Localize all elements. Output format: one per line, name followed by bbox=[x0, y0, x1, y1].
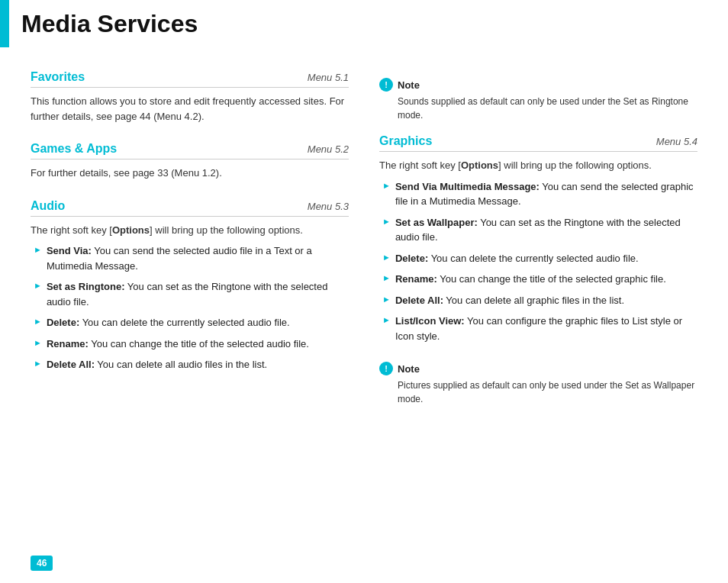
note-icon: ! bbox=[379, 78, 393, 92]
graphics-bullet-list: ► Send Via Multimedia Message: You can s… bbox=[379, 179, 697, 344]
note-graphics: ! Note Pictures supplied as default can … bbox=[379, 362, 697, 406]
bullet-delete-graphic: Delete: You can delete the currently sel… bbox=[395, 251, 639, 266]
bullet-set-wallpaper: Set as Wallpaper: You can set as the Rin… bbox=[395, 215, 697, 245]
section-favorites: Favorites Menu 5.1 This function allows … bbox=[31, 70, 349, 124]
section-audio-menu: Menu 5.3 bbox=[308, 201, 349, 212]
bullet-delete: Delete: You can delete the currently sel… bbox=[47, 315, 290, 330]
audio-bullet-list: ► Send Via: You can send the selected au… bbox=[31, 243, 349, 372]
bullet-arrow-icon: ► bbox=[382, 315, 391, 324]
list-item: ► Delete All: You can delete all graphic… bbox=[379, 293, 697, 308]
list-item: ► Delete: You can delete the currently s… bbox=[379, 251, 697, 266]
list-item: ► Rename: You can change the title of th… bbox=[379, 272, 697, 287]
page-title: Media Services bbox=[9, 0, 210, 47]
list-item: ► List/Icon View: You can configure the … bbox=[379, 314, 697, 343]
bullet-send-via: Send Via: You can send the selected audi… bbox=[47, 243, 349, 273]
bullet-arrow-icon: ► bbox=[382, 217, 391, 226]
section-audio-intro: The right soft key [Options] will bring … bbox=[31, 223, 349, 238]
section-audio-header: Audio Menu 5.3 bbox=[31, 199, 349, 217]
bullet-arrow-icon: ► bbox=[382, 181, 391, 190]
list-item: ► Rename: You can change the title of th… bbox=[31, 337, 349, 352]
section-audio: Audio Menu 5.3 The right soft key [Optio… bbox=[31, 199, 349, 372]
section-graphics-intro: The right soft key [Options] will bring … bbox=[379, 158, 697, 173]
note-audio: ! Note Sounds supplied as default can on… bbox=[379, 78, 697, 122]
bullet-arrow-icon: ► bbox=[34, 338, 42, 347]
list-item: ► Set as Wallpaper: You can set as the R… bbox=[379, 215, 697, 245]
left-column: Favorites Menu 5.1 This function allows … bbox=[31, 70, 349, 414]
section-games-apps-body: For further details, see page 33 (Menu 1… bbox=[31, 166, 349, 181]
graphics-options-bold: Options bbox=[461, 159, 498, 171]
page-header: Media Services bbox=[0, 0, 728, 47]
list-item: ► Send Via Multimedia Message: You can s… bbox=[379, 179, 697, 209]
bullet-rename-graphic: Rename: You can change the title of the … bbox=[395, 272, 666, 287]
bullet-arrow-icon: ► bbox=[34, 281, 42, 290]
bullet-arrow-icon: ► bbox=[34, 245, 42, 254]
section-graphics-header: Graphics Menu 5.4 bbox=[379, 134, 697, 152]
section-graphics-title: Graphics bbox=[379, 134, 432, 148]
section-games-apps-header: Games & Apps Menu 5.2 bbox=[31, 142, 349, 159]
section-audio-title: Audio bbox=[31, 199, 65, 213]
main-content: Favorites Menu 5.1 This function allows … bbox=[0, 70, 728, 444]
note-graphics-text: Pictures supplied as default can only be… bbox=[379, 378, 697, 406]
note-graphics-header: ! Note bbox=[379, 362, 697, 375]
note-graphics-label: Note bbox=[398, 363, 420, 375]
bullet-list-icon-view: List/Icon View: You can configure the gr… bbox=[395, 314, 697, 343]
bullet-rename: Rename: You can change the title of the … bbox=[47, 337, 309, 352]
bullet-arrow-icon: ► bbox=[382, 295, 391, 304]
note-audio-header: ! Note bbox=[379, 78, 697, 92]
list-item: ► Set as Ringtone: You can set as the Ri… bbox=[31, 279, 349, 309]
bullet-set-ringtone: Set as Ringtone: You can set as the Ring… bbox=[47, 279, 349, 309]
section-favorites-menu: Menu 5.1 bbox=[308, 72, 349, 83]
list-item: ► Delete: You can delete the currently s… bbox=[31, 315, 349, 330]
bullet-arrow-icon: ► bbox=[34, 359, 42, 368]
section-favorites-title: Favorites bbox=[31, 70, 85, 84]
section-games-apps-menu: Menu 5.2 bbox=[308, 143, 349, 155]
bullet-send-multimedia: Send Via Multimedia Message: You can sen… bbox=[395, 179, 697, 209]
list-item: ► Delete All: You can delete all audio f… bbox=[31, 357, 349, 372]
note-audio-label: Note bbox=[398, 79, 420, 91]
section-games-apps-title: Games & Apps bbox=[31, 142, 117, 156]
audio-options-bold: Options bbox=[112, 224, 150, 236]
section-favorites-body: This function allows you to store and ed… bbox=[31, 94, 349, 124]
section-graphics: Graphics Menu 5.4 The right soft key [Op… bbox=[379, 134, 697, 343]
bullet-arrow-icon: ► bbox=[34, 317, 42, 326]
bullet-delete-all-graphic: Delete All: You can delete all graphic f… bbox=[395, 293, 624, 308]
bullet-delete-all: Delete All: You can delete all audio fil… bbox=[47, 357, 267, 372]
bullet-arrow-icon: ► bbox=[382, 273, 391, 282]
note-icon: ! bbox=[379, 362, 393, 375]
section-games-apps: Games & Apps Menu 5.2 For further detail… bbox=[31, 142, 349, 181]
section-graphics-menu: Menu 5.4 bbox=[656, 136, 697, 147]
list-item: ► Send Via: You can send the selected au… bbox=[31, 243, 349, 273]
right-column: ! Note Sounds supplied as default can on… bbox=[379, 70, 697, 414]
page-number: 46 bbox=[31, 556, 53, 571]
header-accent-bar bbox=[0, 0, 9, 47]
bullet-arrow-icon: ► bbox=[382, 253, 391, 262]
section-favorites-header: Favorites Menu 5.1 bbox=[31, 70, 349, 88]
note-audio-text: Sounds supplied as default can only be u… bbox=[379, 95, 697, 122]
